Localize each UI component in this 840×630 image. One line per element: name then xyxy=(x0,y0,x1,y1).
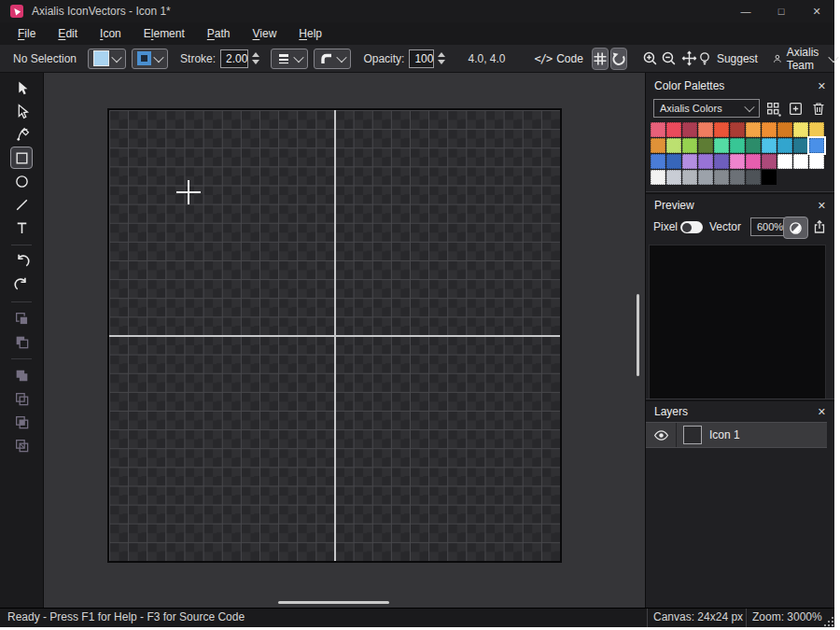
menu-icon[interactable]: Icon xyxy=(89,23,133,44)
stroke-width-input[interactable]: 2.00 xyxy=(220,49,248,68)
exclude-button[interactable] xyxy=(10,434,33,456)
opacity-input[interactable]: 100 xyxy=(409,49,434,68)
undo-button[interactable] xyxy=(10,250,33,273)
select-tool[interactable] xyxy=(10,77,33,99)
color-swatch[interactable] xyxy=(730,170,745,185)
color-swatch[interactable] xyxy=(730,154,745,169)
color-swatch[interactable] xyxy=(730,122,745,137)
color-swatch[interactable] xyxy=(682,154,697,169)
pixel-vector-toggle[interactable] xyxy=(680,221,703,233)
maximize-button[interactable]: □ xyxy=(763,0,799,22)
color-swatch[interactable] xyxy=(651,122,665,137)
close-icon[interactable]: ✕ xyxy=(818,80,826,92)
close-button[interactable]: ✕ xyxy=(799,0,834,22)
color-swatch[interactable] xyxy=(666,138,681,153)
stroke-style-dropdown[interactable] xyxy=(271,49,308,69)
menu-view[interactable]: View xyxy=(242,23,288,44)
union-button[interactable] xyxy=(10,364,33,386)
spin-up-icon[interactable] xyxy=(438,52,445,57)
intersect-button[interactable] xyxy=(10,411,33,433)
close-icon[interactable]: ✕ xyxy=(818,406,826,418)
color-swatch[interactable] xyxy=(809,154,824,169)
snap-toggle-button[interactable] xyxy=(610,48,627,70)
add-palette-button[interactable] xyxy=(788,101,804,117)
minimize-button[interactable]: — xyxy=(728,0,763,22)
color-swatch[interactable] xyxy=(714,122,729,137)
color-swatch[interactable] xyxy=(746,122,761,137)
color-swatch[interactable] xyxy=(651,154,665,169)
color-swatch[interactable] xyxy=(666,154,681,169)
grid-toggle-button[interactable] xyxy=(592,48,609,70)
color-swatch[interactable] xyxy=(746,138,761,153)
spin-down-icon[interactable] xyxy=(252,60,259,64)
zoom-out-button[interactable] xyxy=(661,48,677,70)
direct-select-tool[interactable] xyxy=(10,100,33,122)
color-swatch[interactable] xyxy=(762,138,777,153)
ellipse-tool[interactable] xyxy=(10,170,33,192)
color-swatch[interactable] xyxy=(714,154,729,169)
palette-select[interactable]: Axialis Colors xyxy=(653,99,760,118)
color-swatch[interactable] xyxy=(698,170,713,185)
spin-down-icon[interactable] xyxy=(438,60,445,64)
stroke-width-stepper[interactable] xyxy=(252,52,259,64)
color-swatch[interactable] xyxy=(666,170,681,185)
corner-style-dropdown[interactable] xyxy=(314,49,351,69)
color-swatch[interactable] xyxy=(793,138,808,153)
color-swatch[interactable] xyxy=(762,122,777,137)
suggest-button[interactable]: Suggest xyxy=(697,51,758,66)
color-swatch[interactable] xyxy=(682,122,697,137)
color-swatch[interactable] xyxy=(762,170,777,185)
color-swatch[interactable] xyxy=(651,170,665,185)
color-swatch[interactable] xyxy=(746,170,761,185)
menu-edit[interactable]: Edit xyxy=(47,23,89,44)
menu-element[interactable]: Element xyxy=(133,23,196,44)
center-view-button[interactable] xyxy=(681,48,697,70)
horizontal-scrollbar[interactable] xyxy=(278,601,389,604)
delete-palette-button[interactable] xyxy=(811,101,826,117)
export-preview-button[interactable] xyxy=(812,219,827,234)
color-swatch[interactable] xyxy=(746,154,761,169)
color-swatch[interactable] xyxy=(682,138,697,153)
layer-row[interactable]: Icon 1 xyxy=(646,422,827,448)
color-swatch[interactable] xyxy=(809,122,824,137)
icon-canvas[interactable] xyxy=(107,108,562,563)
subtract-button[interactable] xyxy=(10,387,33,410)
spin-up-icon[interactable] xyxy=(252,52,259,57)
color-swatch[interactable] xyxy=(793,122,808,137)
color-swatch[interactable] xyxy=(809,138,824,153)
text-tool[interactable] xyxy=(10,217,33,239)
redo-button[interactable] xyxy=(10,273,33,296)
layer-visibility-toggle[interactable] xyxy=(653,427,669,443)
vertical-scrollbar[interactable] xyxy=(637,294,639,376)
canvas-area[interactable] xyxy=(44,73,645,609)
resize-grip[interactable] xyxy=(824,617,833,626)
code-button[interactable]: </> Code xyxy=(535,52,583,65)
color-swatch[interactable] xyxy=(666,122,681,137)
color-swatch[interactable] xyxy=(714,138,729,153)
color-swatch[interactable] xyxy=(730,138,745,153)
zoom-in-button[interactable] xyxy=(642,48,658,70)
color-swatch[interactable] xyxy=(762,154,777,169)
send-backward-button[interactable] xyxy=(10,330,33,353)
account-menu[interactable]: Axialis Team xyxy=(773,46,837,72)
menu-help[interactable]: Help xyxy=(287,23,333,44)
stroke-color-button[interactable] xyxy=(132,49,168,69)
preview-background-button[interactable] xyxy=(783,217,808,239)
bring-forward-button[interactable] xyxy=(10,307,33,329)
color-swatch[interactable] xyxy=(651,138,665,153)
color-swatch[interactable] xyxy=(777,154,792,169)
menu-path[interactable]: Path xyxy=(196,23,242,44)
opacity-stepper[interactable] xyxy=(438,52,445,64)
line-tool[interactable] xyxy=(10,193,33,216)
color-swatch[interactable] xyxy=(682,170,697,185)
color-swatch[interactable] xyxy=(698,138,713,153)
menu-file[interactable]: File xyxy=(7,23,47,44)
color-swatch[interactable] xyxy=(777,122,792,137)
color-swatch[interactable] xyxy=(698,154,713,169)
close-icon[interactable]: ✕ xyxy=(818,200,826,212)
rectangle-tool[interactable] xyxy=(10,147,33,169)
color-swatch[interactable] xyxy=(714,170,729,185)
color-swatch[interactable] xyxy=(777,138,792,153)
color-swatch[interactable] xyxy=(698,122,713,137)
fill-color-button[interactable] xyxy=(88,49,126,69)
